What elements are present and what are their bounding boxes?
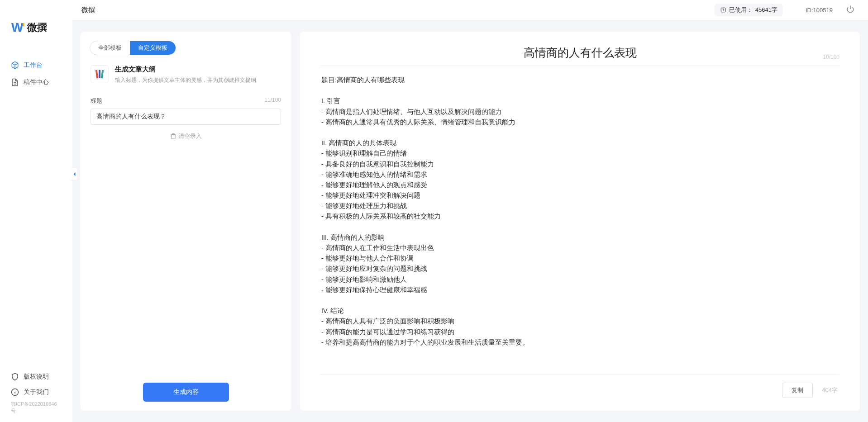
template-desc: 输入标题，为你提供文章主体的灵感，并为其创建推文提纲	[115, 76, 256, 84]
usage-badge[interactable]: 已使用： 45641字	[715, 4, 783, 16]
usage-prefix: 已使用：	[729, 6, 753, 14]
page-title: 微撰	[81, 6, 95, 14]
app-logo: W' 微撰	[0, 0, 72, 48]
sidebar-footer: 版权说明 关于我们 鄂ICP备2022016946号	[0, 365, 72, 422]
panel-container: 全部模板 自定义模板 生成文章大纲 输入标题，为你提供文章主体的灵感，并为其创建…	[72, 20, 868, 422]
template-books-icon	[91, 65, 109, 83]
logout-button[interactable]	[846, 5, 854, 15]
tab-custom-templates[interactable]: 自定义模板	[130, 41, 176, 55]
footer-copyright[interactable]: 版权说明	[5, 369, 68, 384]
output-title-count: 10/100	[817, 54, 839, 60]
tab-all-templates[interactable]: 全部模板	[90, 41, 130, 55]
document-icon	[11, 78, 19, 86]
trash-icon	[170, 133, 176, 139]
clear-input-button[interactable]: 清空录入	[91, 125, 281, 140]
title-input[interactable]	[91, 109, 281, 125]
nav-label: 工作台	[24, 61, 43, 69]
topbar: 微撰 已使用： 45641字 ID:100519	[72, 0, 868, 20]
output-panel: 高情商的人有什么表现 10/100 题目:高情商的人有哪些表现 I. 引言 - …	[300, 32, 860, 411]
footer-about[interactable]: 关于我们	[5, 384, 68, 400]
input-panel: 全部模板 自定义模板 生成文章大纲 输入标题，为你提供文章主体的灵感，并为其创建…	[81, 32, 291, 411]
copy-button[interactable]: 复制	[782, 383, 813, 398]
sidebar-nav: 工作台 稿件中心	[0, 48, 72, 90]
power-icon	[846, 5, 854, 13]
template-tabs: 全部模板 自定义模板	[81, 32, 291, 55]
template-card: 生成文章大纲 输入标题，为你提供文章主体的灵感，并为其创建推文提纲	[81, 55, 291, 92]
shield-icon	[11, 373, 19, 381]
chevron-left-icon	[73, 171, 76, 177]
nav-drafts[interactable]: 稿件中心	[5, 75, 68, 90]
svg-rect-7	[101, 70, 104, 78]
title-char-count: 11/100	[264, 97, 281, 105]
usage-value: 45641字	[755, 6, 777, 14]
user-id: ID:100519	[806, 7, 833, 14]
main-area: 微撰 已使用： 45641字 ID:100519 全部模板 自定义模板	[72, 0, 868, 422]
logo-mark-icon: W'	[11, 20, 24, 35]
clear-label: 清空录入	[178, 132, 202, 140]
nav-workbench[interactable]: 工作台	[5, 57, 68, 73]
output-title: 高情商的人有什么表现	[343, 45, 817, 60]
output-word-count: 404字	[822, 386, 838, 394]
text-icon	[720, 7, 726, 13]
generate-button[interactable]: 生成内容	[143, 383, 229, 402]
sidebar-collapse-toggle[interactable]	[72, 167, 78, 181]
template-title: 生成文章大纲	[115, 65, 256, 74]
footer-label: 关于我们	[24, 388, 49, 396]
info-icon	[11, 388, 19, 396]
logo-text: 微撰	[27, 21, 47, 34]
nav-label: 稿件中心	[24, 78, 49, 86]
sidebar: W' 微撰 工作台 稿件中心 版权说明 关于我们 鄂ICP备2022016946…	[0, 0, 72, 422]
footer-label: 版权说明	[24, 373, 49, 381]
svg-rect-6	[99, 70, 100, 78]
icp-text: 鄂ICP备2022016946号	[5, 400, 68, 415]
svg-rect-5	[95, 70, 98, 78]
output-body[interactable]: 题目:高情商的人有哪些表现 I. 引言 - 高情商是指人们处理情绪、与他人互动以…	[320, 66, 839, 374]
title-label: 标题	[91, 97, 102, 105]
cube-icon	[11, 61, 19, 69]
